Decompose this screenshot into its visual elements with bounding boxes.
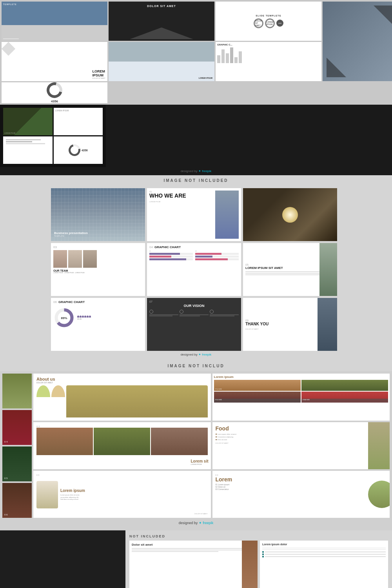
who-lorem: LOREM IPSUM bbox=[149, 201, 214, 203]
food-photo-2 bbox=[94, 428, 150, 455]
food-cell-4-bar: ETIAM HERE bbox=[301, 399, 388, 403]
br-lorem-line-1 bbox=[262, 548, 386, 548]
bottom-right: NOT INCLUDED Dolor sit amet Lorem ipsum … bbox=[125, 530, 392, 588]
br-bullet-line-2 bbox=[265, 554, 386, 555]
food-freepik-text: freepik bbox=[203, 521, 213, 525]
building-subtitle: TEMPLATE bbox=[54, 235, 88, 237]
dark-section-inner: LOREM IPSUM LOREM IPSUM 4356 bbox=[0, 105, 392, 167]
lorem-sit-title: Lorem sit bbox=[191, 459, 208, 463]
slide-template-slide: SLIDE TEMPLETE DOLORSITAMET LOREMIPSUM 2… bbox=[216, 2, 321, 41]
dark-left: LOREM IPSUM LOREM IPSUM 4356 bbox=[0, 105, 106, 167]
vision-num: 07 bbox=[149, 300, 239, 303]
bar-bg-1 bbox=[149, 253, 193, 255]
team-name-2: LOREM IPSUM bbox=[64, 272, 74, 274]
dark-dolor-slide: DOLOR SIT AMET bbox=[109, 2, 214, 41]
bars-slide-dark bbox=[3, 136, 53, 164]
building-text-area: Business presentation TEMPLATE bbox=[54, 231, 88, 237]
br-dolor-line-3 bbox=[132, 551, 218, 552]
br-dolor-title: Dolor sit amet bbox=[132, 543, 255, 546]
top-slide-section: TEMPLETE DOLOR SIT AMET SLIDE TEMPLETE D… bbox=[0, 0, 392, 105]
right-tall-slide bbox=[323, 2, 392, 81]
food-strip-num-1: 0 4 bbox=[4, 441, 7, 443]
bottom-right-grid: Dolor sit amet Lorem ipsum dolor bbox=[129, 541, 388, 588]
br-dolor-line-1 bbox=[132, 548, 255, 549]
designed-by-dark: designed by ✦ freepik bbox=[0, 167, 392, 175]
food-strip-num-3: 0 6 bbox=[4, 514, 7, 516]
dark-right bbox=[106, 105, 392, 167]
food-cell-3: TITLE HERE bbox=[214, 392, 301, 403]
dolor-sit-label: DOLOR SIT AMET bbox=[112, 5, 211, 7]
food-mini-grid: TITLE HERE TITLE HERE ETIAM HERE bbox=[214, 380, 388, 403]
bar-bg-3 bbox=[149, 258, 193, 260]
food-item-text-2: Consectetur adipiscing bbox=[218, 436, 233, 438]
food-strip-3-bg bbox=[2, 446, 32, 481]
lorem-ipsum-food-grid-slide: Lorem ipsum TITLE HERE TITLE HERE ETIAM … bbox=[212, 374, 390, 421]
donut-area: 89% bbox=[53, 307, 143, 328]
lorem-ipsum-leaf: LOREM IPSUM bbox=[4, 132, 15, 134]
vision-text-line-4 bbox=[180, 316, 200, 316]
person-icon-5 bbox=[87, 316, 89, 318]
food-cell-2 bbox=[301, 380, 388, 391]
building-slide: Business presentation TEMPLATE bbox=[51, 188, 145, 241]
bar-row-5 bbox=[195, 256, 239, 258]
chart2-num: 06 bbox=[53, 300, 57, 304]
br-lorem-title: Lorem ipsum dolor bbox=[262, 543, 386, 546]
team-photos bbox=[53, 250, 143, 268]
lorem-food-bottom-slide: 0 4 Lorem 01 Lorem ipsum 02 Dolor sit 03… bbox=[212, 471, 390, 518]
food-item-text-3: Dolor sit amet bbox=[218, 439, 227, 441]
who-image bbox=[215, 191, 239, 239]
vision-text-line-5 bbox=[210, 314, 239, 315]
food-item-text-1: Lorem ipsum dolor sit amet bbox=[218, 433, 236, 435]
graphic-chart-slide: 04 GRAPHIC CHART 01 02 bbox=[147, 243, 241, 296]
vision-text-line-2 bbox=[149, 316, 172, 316]
graphic-title: GRAPHIC C... bbox=[217, 44, 320, 46]
br-dolor-line-2 bbox=[132, 550, 255, 550]
pres-designed-bar: designed by ✦ freepik bbox=[2, 351, 390, 358]
about-us-subtitle: DOLOR SIT AMET bbox=[36, 381, 208, 384]
lorem-ipsum-food-b-content: Lorem ipsum Lorem ipsum dolor sit amet,c… bbox=[36, 476, 208, 513]
bar-row-6 bbox=[195, 258, 239, 260]
vision-col-2 bbox=[180, 310, 209, 317]
bar-bg-5 bbox=[195, 256, 239, 258]
vision-text-line-3 bbox=[180, 314, 209, 315]
dark-donut bbox=[66, 142, 82, 158]
br-bullet-3 bbox=[262, 556, 386, 557]
br-lorem-lines bbox=[262, 548, 386, 550]
br-bullet-line-1 bbox=[265, 552, 386, 552]
about-us-slide: About us DOLOR SIT AMET bbox=[33, 374, 211, 421]
slide-template-label: SLIDE TEMPLETE bbox=[256, 15, 281, 17]
food-mini-bar-label-2: ETIAM HERE bbox=[301, 399, 388, 401]
business-pres-section: Business presentation TEMPLATE 01 WHO WE… bbox=[0, 186, 392, 361]
bar-5 bbox=[234, 57, 238, 63]
spoon-1 bbox=[36, 385, 50, 409]
pres-grid: Business presentation TEMPLATE 01 WHO WE… bbox=[51, 188, 341, 351]
ty-photo bbox=[318, 298, 337, 351]
food-strip-4: 0 6 bbox=[2, 483, 32, 518]
not-included-bar-1: IMAGE NOT INCLUDED bbox=[0, 175, 392, 186]
bar-row-4 bbox=[195, 253, 239, 255]
food-img-1 bbox=[66, 385, 208, 417]
br-bullet-line-3 bbox=[265, 556, 386, 557]
not-included-label-3: NOT INCLUDED bbox=[129, 534, 388, 538]
br-bullet-sq-2 bbox=[262, 554, 264, 555]
bottom-left: Dolor sit amet 45% LOREM IPSUM DOLOR SIT bbox=[0, 530, 125, 588]
bar-fill-3 bbox=[149, 258, 186, 260]
graphic-slide: GRAPHIC C... bbox=[216, 42, 321, 81]
lorem-food-b-num-items-3: 03 Consectetur bbox=[216, 488, 387, 490]
building-title: Business presentation bbox=[54, 231, 88, 235]
bar-fill-1 bbox=[149, 253, 180, 255]
our-team-slide: 03 OUR TEAM LOREM IPSUM LOREM IPSUM LORE… bbox=[51, 243, 145, 296]
vision-cols bbox=[149, 310, 239, 317]
mini-bar-2 bbox=[6, 141, 32, 142]
br-lorem-slide: Lorem ipsum dolor bbox=[260, 541, 388, 588]
team-label: OUR TEAM bbox=[53, 269, 143, 272]
cow-slide: LOREM IPSUM bbox=[109, 42, 214, 81]
chart-num: 04 bbox=[149, 245, 153, 249]
food-dot-2 bbox=[216, 436, 217, 437]
food-photo-right bbox=[368, 422, 390, 469]
donut-chart bbox=[44, 82, 65, 101]
dark-section: LOREM IPSUM LOREM IPSUM 4356 designed by bbox=[0, 105, 392, 175]
stat-slide: LOREM IPSUM bbox=[54, 108, 103, 135]
bar-row-1 bbox=[149, 253, 193, 255]
freepik-text-dark: freepik bbox=[202, 169, 211, 173]
